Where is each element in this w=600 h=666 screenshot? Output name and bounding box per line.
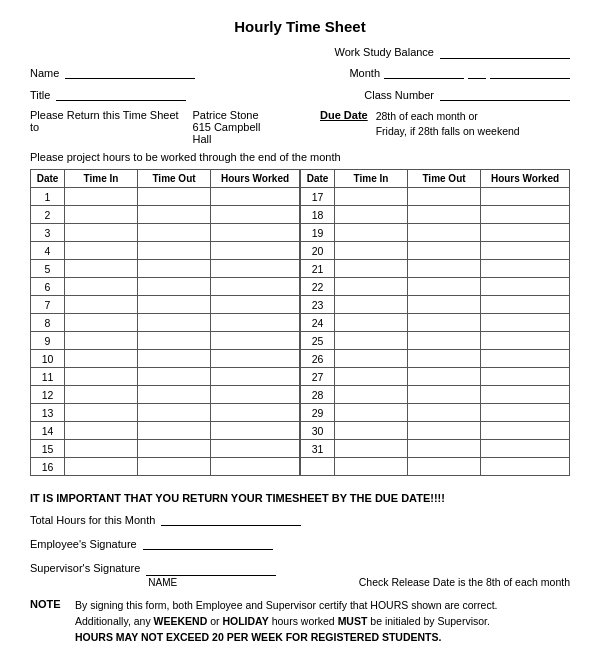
time-out-cell[interactable] xyxy=(138,296,211,314)
hours-worked-cell[interactable] xyxy=(480,314,569,332)
hours-worked-cell[interactable] xyxy=(480,404,569,422)
work-study-balance-field[interactable] xyxy=(440,45,570,59)
time-in-cell[interactable] xyxy=(65,314,138,332)
time-in-cell[interactable] xyxy=(65,422,138,440)
time-out-cell[interactable] xyxy=(408,242,481,260)
class-number-field[interactable] xyxy=(440,87,570,101)
time-out-cell[interactable] xyxy=(408,440,481,458)
hours-worked-cell[interactable] xyxy=(480,260,569,278)
time-out-cell[interactable] xyxy=(408,278,481,296)
time-out-cell[interactable] xyxy=(138,242,211,260)
time-out-cell[interactable] xyxy=(138,404,211,422)
time-in-cell[interactable] xyxy=(335,386,408,404)
time-in-cell[interactable] xyxy=(65,206,138,224)
time-in-cell[interactable] xyxy=(335,188,408,206)
hours-worked-cell[interactable] xyxy=(210,314,299,332)
time-in-cell[interactable] xyxy=(335,314,408,332)
time-out-cell[interactable] xyxy=(408,422,481,440)
time-out-cell[interactable] xyxy=(138,422,211,440)
time-out-cell[interactable] xyxy=(138,368,211,386)
hours-worked-cell[interactable] xyxy=(210,188,299,206)
hours-worked-cell[interactable] xyxy=(210,386,299,404)
time-in-cell[interactable] xyxy=(65,458,138,476)
time-in-cell[interactable] xyxy=(335,260,408,278)
time-out-cell[interactable] xyxy=(138,386,211,404)
time-out-cell[interactable] xyxy=(408,296,481,314)
hours-worked-cell[interactable] xyxy=(480,440,569,458)
time-out-cell[interactable] xyxy=(138,458,211,476)
time-out-cell[interactable] xyxy=(408,332,481,350)
time-out-cell[interactable] xyxy=(408,404,481,422)
month-field-sm[interactable] xyxy=(468,65,486,79)
hours-worked-cell[interactable] xyxy=(480,242,569,260)
hours-worked-cell[interactable] xyxy=(480,422,569,440)
time-in-cell[interactable] xyxy=(65,278,138,296)
hours-worked-cell[interactable] xyxy=(210,242,299,260)
supervisor-sig-field[interactable] xyxy=(146,562,276,576)
month-field2[interactable] xyxy=(490,65,570,79)
month-field[interactable] xyxy=(384,65,464,79)
time-out-cell[interactable] xyxy=(138,260,211,278)
hours-worked-cell[interactable] xyxy=(480,332,569,350)
time-out-cell[interactable] xyxy=(138,188,211,206)
hours-worked-cell[interactable] xyxy=(210,278,299,296)
hours-worked-cell[interactable] xyxy=(480,278,569,296)
hours-worked-cell[interactable] xyxy=(480,386,569,404)
time-in-cell[interactable] xyxy=(335,278,408,296)
hours-worked-cell[interactable] xyxy=(210,332,299,350)
time-in-cell[interactable] xyxy=(65,440,138,458)
hours-worked-cell[interactable] xyxy=(210,206,299,224)
total-hours-field[interactable] xyxy=(161,512,301,526)
time-out-cell[interactable] xyxy=(408,386,481,404)
time-in-cell[interactable] xyxy=(335,224,408,242)
time-out-cell[interactable] xyxy=(138,332,211,350)
time-out-cell[interactable] xyxy=(138,440,211,458)
time-in-cell[interactable] xyxy=(335,206,408,224)
time-out-cell[interactable] xyxy=(408,260,481,278)
time-in-cell[interactable] xyxy=(335,422,408,440)
time-in-cell[interactable] xyxy=(335,368,408,386)
time-in-cell[interactable] xyxy=(65,368,138,386)
time-out-cell[interactable] xyxy=(138,206,211,224)
time-in-cell[interactable] xyxy=(335,440,408,458)
time-in-cell[interactable] xyxy=(335,404,408,422)
time-in-cell[interactable] xyxy=(65,224,138,242)
time-in-cell[interactable] xyxy=(335,296,408,314)
time-out-cell[interactable] xyxy=(408,224,481,242)
hours-worked-cell[interactable] xyxy=(210,458,299,476)
time-out-cell[interactable] xyxy=(408,350,481,368)
hours-worked-cell[interactable] xyxy=(480,368,569,386)
time-in-cell[interactable] xyxy=(65,296,138,314)
hours-worked-cell[interactable] xyxy=(210,422,299,440)
hours-worked-cell[interactable] xyxy=(210,368,299,386)
time-out-cell[interactable] xyxy=(408,188,481,206)
hours-worked-cell[interactable] xyxy=(210,350,299,368)
hours-worked-cell[interactable] xyxy=(210,440,299,458)
time-in-cell[interactable] xyxy=(65,404,138,422)
time-in-cell[interactable] xyxy=(65,242,138,260)
time-in-cell[interactable] xyxy=(65,386,138,404)
time-out-cell[interactable] xyxy=(408,314,481,332)
time-out-cell[interactable] xyxy=(138,314,211,332)
time-in-cell[interactable] xyxy=(65,188,138,206)
time-out-cell[interactable] xyxy=(138,278,211,296)
hours-worked-cell[interactable] xyxy=(480,188,569,206)
hours-worked-cell[interactable] xyxy=(210,224,299,242)
hours-worked-cell[interactable] xyxy=(210,296,299,314)
name-field[interactable] xyxy=(65,65,195,79)
time-in-cell[interactable] xyxy=(335,332,408,350)
time-out-cell[interactable] xyxy=(138,224,211,242)
time-in-cell[interactable] xyxy=(65,260,138,278)
time-out-cell[interactable] xyxy=(138,350,211,368)
time-in-cell[interactable] xyxy=(335,242,408,260)
employee-sig-field[interactable] xyxy=(143,536,273,550)
hours-worked-cell[interactable] xyxy=(210,260,299,278)
time-in-cell[interactable] xyxy=(65,350,138,368)
time-in-cell[interactable] xyxy=(335,350,408,368)
time-out-cell[interactable] xyxy=(408,206,481,224)
time-out-cell[interactable] xyxy=(408,368,481,386)
hours-worked-cell[interactable] xyxy=(480,206,569,224)
hours-worked-cell[interactable] xyxy=(480,224,569,242)
hours-worked-cell[interactable] xyxy=(480,350,569,368)
hours-worked-cell[interactable] xyxy=(480,296,569,314)
